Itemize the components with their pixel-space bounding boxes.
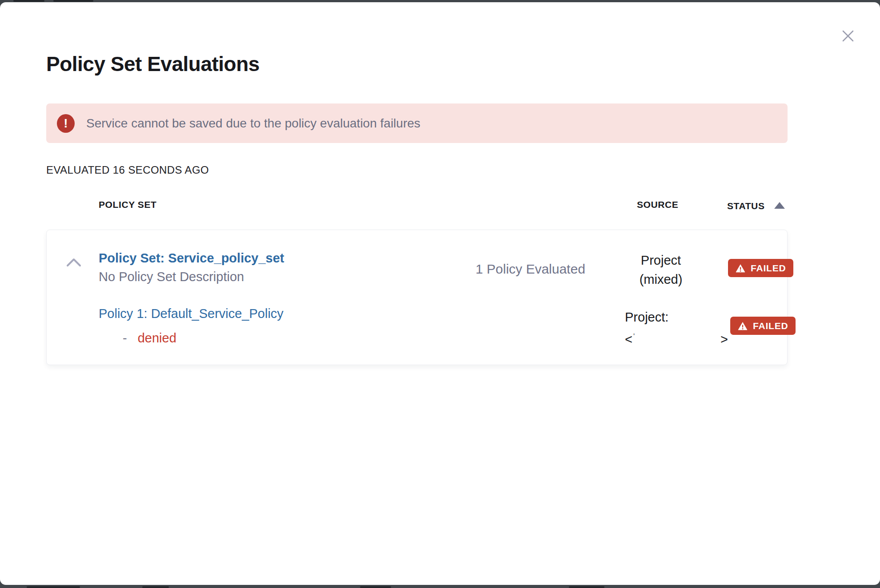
status-badge-failed: FAILED: [730, 317, 796, 335]
close-icon: [840, 28, 856, 44]
angle-close: >: [720, 330, 728, 349]
source-line-1: Project: [621, 251, 700, 270]
sort-ascending-icon: [774, 202, 785, 209]
backdrop-artifact: [27, 586, 80, 588]
backdrop-artifact: [53, 0, 93, 2]
policy-evaluations-dialog: Policy Set Evaluations ! Service cannot …: [0, 2, 880, 585]
status-badge-label: FAILED: [751, 263, 786, 274]
policy-set-source: Project (mixed): [621, 251, 700, 289]
page-title: Policy Set Evaluations: [46, 52, 260, 76]
status-badge-label: FAILED: [753, 321, 788, 331]
status-badge-failed: FAILED: [728, 259, 793, 277]
policy-result-denied: denied: [138, 331, 176, 346]
policy-source-truncated: <' >: [625, 330, 728, 349]
policy-set-description: No Policy Set Description: [99, 270, 244, 284]
chevron-up-icon: [65, 257, 83, 268]
policy-set-link[interactable]: Policy Set: Service_policy_set: [99, 251, 284, 266]
source-line-2: (mixed): [621, 270, 700, 289]
error-alert: ! Service cannot be saved due to the pol…: [46, 103, 788, 143]
result-dash: -: [123, 331, 127, 346]
policy-link[interactable]: Policy 1: Default_Service_Policy: [99, 306, 284, 321]
backdrop-artifact: [142, 586, 169, 588]
policy-result-line: - denied: [123, 331, 176, 346]
collapse-row-button[interactable]: [61, 250, 86, 275]
policy-source-label: Project:: [625, 308, 728, 327]
column-header-source: SOURCE: [637, 199, 678, 210]
backdrop-artifact: [569, 586, 604, 588]
alert-message: Service cannot be saved due to the polic…: [86, 116, 420, 131]
policies-evaluated-count: 1 Policy Evaluated: [476, 262, 585, 277]
backdrop-artifact: [360, 586, 391, 588]
warning-triangle-icon: [738, 322, 748, 330]
close-button[interactable]: [838, 26, 858, 46]
exclamation-circle-icon: !: [57, 114, 75, 133]
truncation-tick: ': [633, 333, 635, 340]
policy-source: Project: <' >: [625, 308, 728, 349]
backdrop-artifact: [13, 0, 44, 2]
evaluated-timestamp: EVALUATED 16 SECONDS AGO: [46, 164, 209, 176]
column-header-status[interactable]: STATUS: [727, 201, 785, 211]
angle-open: <': [625, 330, 635, 349]
column-header-policy-set: POLICY SET: [99, 199, 156, 210]
column-header-status-label: STATUS: [727, 201, 764, 211]
warning-triangle-icon: [736, 264, 745, 273]
